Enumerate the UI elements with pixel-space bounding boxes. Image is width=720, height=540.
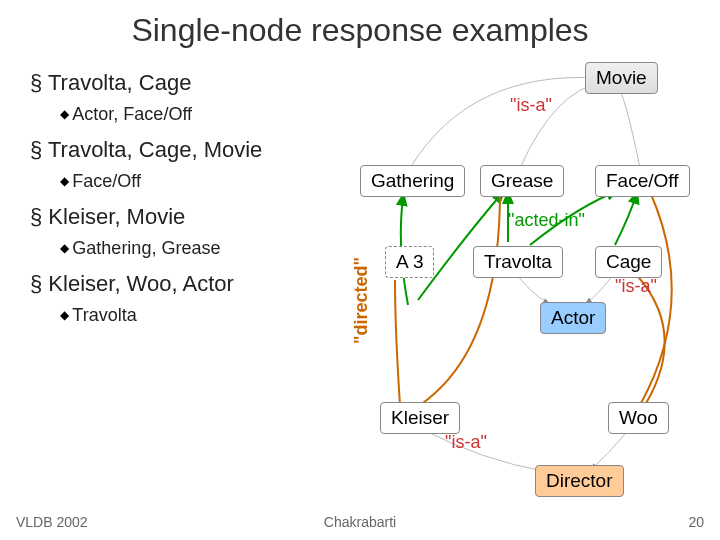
node-a3: A 3 — [385, 246, 434, 278]
answer-4: Travolta — [60, 305, 340, 326]
edge-label-actedin: "acted-in" — [508, 210, 585, 231]
node-kleiser: Kleiser — [380, 402, 460, 434]
edge-label-isa-mid: "is-a" — [615, 276, 657, 297]
left-list: Travolta, Cage Actor, Face/Off Travolta,… — [30, 62, 340, 338]
node-faceoff: Face/Off — [595, 165, 690, 197]
edge-label-directed: "directed" — [351, 257, 372, 344]
node-cage: Cage — [595, 246, 662, 278]
answer-3: Gathering, Grease — [60, 238, 340, 259]
node-woo: Woo — [608, 402, 669, 434]
footer-right: 20 — [688, 514, 704, 530]
answer-2: Face/Off — [60, 171, 340, 192]
node-director: Director — [535, 465, 624, 497]
footer-center: Chakrabarti — [324, 514, 396, 530]
node-movie: Movie — [585, 62, 658, 94]
query-3: Kleiser, Movie — [30, 204, 340, 230]
node-travolta: Travolta — [473, 246, 563, 278]
node-actor: Actor — [540, 302, 606, 334]
query-1: Travolta, Cage — [30, 70, 340, 96]
node-gathering: Gathering — [360, 165, 465, 197]
edge-label-isa-bot: "is-a" — [445, 432, 487, 453]
page-title: Single-node response examples — [0, 0, 720, 57]
footer-left: VLDB 2002 — [16, 514, 88, 530]
node-grease: Grease — [480, 165, 564, 197]
query-4: Kleiser, Woo, Actor — [30, 271, 340, 297]
query-2: Travolta, Cage, Movie — [30, 137, 340, 163]
edge-label-isa-top: "is-a" — [510, 95, 552, 116]
answer-1: Actor, Face/Off — [60, 104, 340, 125]
